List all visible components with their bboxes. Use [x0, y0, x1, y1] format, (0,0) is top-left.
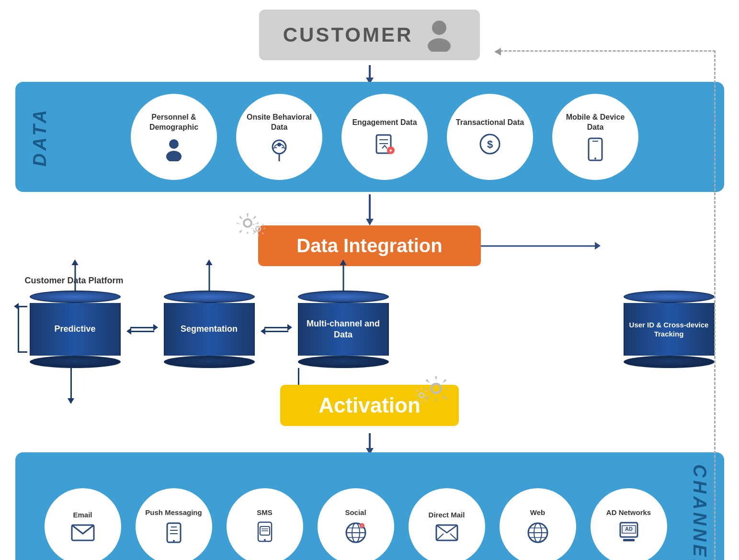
svg-point-18 — [431, 384, 441, 393]
channel-email: Email — [45, 488, 121, 560]
brain-icon — [267, 137, 291, 161]
cdp-databases-row: Predictive — [25, 291, 715, 368]
svg-point-17 — [256, 226, 261, 231]
userid-bottom — [624, 356, 715, 368]
feedback-line-top — [500, 50, 716, 52]
integration-section: Data Integration — [15, 225, 724, 266]
mobile-label: Mobile & Device Data — [559, 112, 631, 133]
predictive-arrow-left — [14, 303, 19, 310]
channels-section: Email Push Messaging — [15, 452, 724, 560]
svg-text:AD: AD — [625, 526, 633, 532]
mobile-icon — [586, 137, 604, 161]
ad-label: AD Networks — [606, 508, 651, 517]
s-to-p-head — [126, 328, 131, 335]
channel-push: Push Messaging — [136, 488, 212, 560]
mail-icon — [435, 523, 459, 542]
activation-to-channels-arrow — [15, 433, 724, 450]
predictive-left-top — [18, 306, 27, 307]
direct-mail-label: Direct Mail — [429, 510, 465, 520]
multichannel-db-container: Multi-channel and Data — [298, 291, 389, 368]
activation-arrow-shaft — [369, 433, 371, 450]
multichannel-cylinder: Multi-channel and Data — [298, 291, 389, 368]
segmentation-db-container: Segmentation — [164, 291, 255, 368]
feedback-arrow-head — [494, 48, 501, 56]
svg-line-40 — [450, 534, 457, 540]
to-multi-arrowhead — [340, 259, 347, 265]
to-seg-line — [208, 264, 210, 291]
channels-label: CHANNELS — [689, 464, 710, 560]
person-icon — [422, 18, 456, 52]
integration-right-arrowhead — [595, 242, 601, 249]
predictive-bottom — [30, 356, 121, 368]
multi-bottom — [298, 356, 389, 368]
svg-point-2 — [169, 139, 179, 149]
s-to-m-head — [287, 324, 292, 331]
activation-box: Activation — [280, 385, 459, 426]
to-multi-line — [342, 264, 344, 291]
data-circle-transactional: Transactional Data $ — [447, 94, 533, 180]
channel-social: Social ! — [318, 488, 394, 560]
data-circle-behavioral: Onsite Behavioral Data — [236, 94, 322, 180]
activation-label: Activation — [318, 393, 421, 417]
predictive-cylinder: Predictive — [30, 291, 121, 368]
engagement-icon: ♥ — [373, 132, 397, 156]
social-icon: ! — [344, 521, 368, 545]
channel-sms: SMS — [227, 488, 303, 560]
predictive-left-vert — [18, 306, 19, 352]
svg-line-39 — [436, 534, 443, 540]
data-to-integration-arrow — [15, 194, 724, 221]
seg-top — [164, 291, 255, 303]
web-icon — [526, 521, 550, 545]
svg-text:$: $ — [487, 138, 493, 150]
behavioral-label: Onsite Behavioral Data — [243, 112, 315, 133]
feedback-line-vertical — [714, 50, 716, 560]
predictive-top — [30, 291, 121, 303]
main-container: CUSTOMER DATA Personnel & Demographic — [0, 0, 739, 560]
data-circle-engagement: Engagement Data ♥ — [341, 94, 428, 180]
email-icon — [71, 523, 95, 542]
p-to-s-head — [153, 324, 158, 331]
s-to-m-arrow — [264, 327, 288, 328]
channels-circles: Email Push Messaging — [30, 488, 682, 560]
p-to-s-arrow — [130, 327, 154, 328]
multi-body: Multi-channel and Data — [298, 303, 389, 356]
gear-icon-small — [250, 221, 267, 237]
sms-icon — [256, 521, 273, 545]
data-circle-mobile: Mobile & Device Data — [552, 94, 638, 180]
seg-bottom — [164, 356, 255, 368]
social-label: Social — [345, 508, 366, 517]
svg-point-27 — [264, 539, 266, 541]
multi-top — [298, 291, 389, 303]
s-to-p-arrow — [130, 331, 154, 332]
full-diagram: CUSTOMER DATA Personnel & Demographic — [15, 10, 724, 560]
predictive-text: Predictive — [54, 324, 95, 335]
integration-right-line — [481, 245, 596, 246]
predictive-seg-arrows — [130, 327, 154, 332]
svg-rect-47 — [623, 539, 635, 541]
web-label: Web — [530, 508, 545, 517]
svg-point-0 — [432, 21, 446, 35]
segmentation-cylinder: Segmentation — [164, 291, 255, 368]
email-label: Email — [73, 510, 92, 520]
data-section: DATA Personnel & Demographic Onsite Beha… — [15, 82, 724, 192]
predictive-body: Predictive — [30, 303, 121, 356]
svg-text:!: ! — [361, 524, 362, 527]
cdp-wrapper: Customer Data Platform — [15, 271, 724, 378]
channel-web: Web — [500, 488, 576, 560]
userid-body: User ID & Cross-device Tracking — [624, 303, 715, 356]
activation-section: Activation — [15, 385, 724, 426]
engagement-label: Engagement Data — [352, 118, 417, 128]
data-label: DATA — [30, 107, 50, 167]
multi-text: Multi-channel and Data — [299, 318, 388, 341]
customer-label: CUSTOMER — [283, 23, 413, 46]
seg-multi-arrows — [264, 327, 288, 332]
ad-icon: AD — [618, 521, 639, 545]
push-label: Push Messaging — [145, 508, 202, 517]
userid-top — [624, 291, 715, 303]
to-predictive-arrowhead — [72, 259, 79, 265]
transactional-label: Transactional Data — [456, 118, 524, 128]
svg-point-19 — [419, 393, 424, 398]
svg-text:♥: ♥ — [389, 148, 392, 153]
userid-db-container: User ID & Cross-device Tracking — [624, 291, 715, 368]
userid-cylinder: User ID & Cross-device Tracking — [624, 291, 715, 368]
